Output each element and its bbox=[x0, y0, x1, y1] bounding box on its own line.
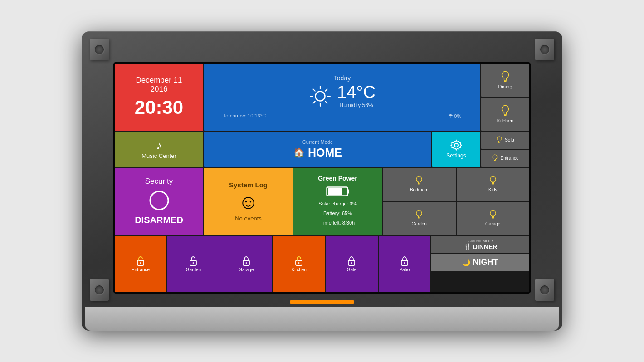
lock-kitchen-name: Kitchen bbox=[291, 267, 306, 272]
light-dining-tile[interactable]: Dining bbox=[481, 64, 529, 97]
device-stand bbox=[85, 307, 559, 331]
green-power-heading: Green Power bbox=[318, 175, 357, 182]
settings-tile[interactable]: Settings bbox=[432, 132, 480, 167]
lock-garden-name: Garden bbox=[186, 267, 201, 272]
svg-point-55 bbox=[150, 191, 168, 210]
padlock-closed-gate-icon bbox=[347, 256, 356, 266]
garden-label: Garden bbox=[412, 221, 427, 226]
entrance-right-label: Entrance bbox=[500, 156, 518, 161]
light-kids-tile[interactable]: Kids bbox=[457, 168, 530, 201]
precip-chance: ☂ 0% bbox=[448, 113, 461, 119]
time-left-info: Time left: 8:30h bbox=[321, 218, 355, 228]
mode-dinner-mini[interactable]: Current Mode 🍴 DINNER bbox=[431, 236, 529, 253]
night-mode-tile[interactable]: 🌙 NIGHT bbox=[431, 254, 529, 271]
bulb-kitchen-icon bbox=[501, 105, 510, 117]
music-icon: ♪ bbox=[156, 139, 162, 151]
umbrella-icon: ☂ bbox=[448, 113, 453, 119]
mount-bracket-tr bbox=[535, 39, 554, 60]
music-center-tile[interactable]: ♪ Music Center bbox=[115, 132, 203, 167]
lock-garden-tile[interactable]: Garden bbox=[167, 236, 219, 292]
svg-line-39 bbox=[325, 101, 327, 103]
green-power-tile-main[interactable]: Green Power Solar charge: 0% Battery: 65… bbox=[293, 168, 382, 235]
today-label: Today bbox=[334, 74, 351, 82]
svg-point-82 bbox=[404, 262, 405, 264]
bulb-garden-icon bbox=[415, 210, 423, 220]
light-sofa-tile[interactable]: Sofa bbox=[481, 132, 529, 149]
house-icon: 🏠 bbox=[293, 147, 305, 158]
svg-point-33 bbox=[316, 91, 325, 101]
mount-bracket-tl bbox=[90, 39, 109, 60]
home-mode-display: 🏠 HOME bbox=[293, 146, 342, 159]
mode-home-tile[interactable]: Current Mode 🏠 HOME bbox=[204, 132, 431, 167]
main-display: December 11 2016 20:30 Today bbox=[0, 0, 644, 362]
lock-patio-name: Patio bbox=[399, 267, 410, 272]
bulb-garage-icon bbox=[489, 210, 497, 220]
svg-point-48 bbox=[454, 143, 458, 147]
kitchen-lt-label: Kitchen bbox=[497, 118, 514, 123]
temperature-value: 14°C bbox=[337, 83, 376, 101]
smart-device: December 11 2016 20:30 Today bbox=[82, 31, 562, 331]
lock-entrance-tile[interactable]: Entrance bbox=[115, 236, 166, 292]
syslog-heading: System Log bbox=[229, 181, 268, 189]
padlock-closed-garden-icon bbox=[189, 256, 198, 266]
weather-sun-icon bbox=[309, 85, 332, 108]
lock-gate-tile[interactable]: Gate bbox=[326, 236, 377, 292]
syslog-tile-main[interactable]: System Log ☺ No events bbox=[204, 168, 293, 235]
weather-tile[interactable]: Today bbox=[204, 64, 480, 131]
light-kitchen-tile[interactable]: Kitchen bbox=[481, 98, 529, 131]
dinner-mode-value: 🍴 DINNER bbox=[463, 243, 498, 250]
music-center-label: Music Center bbox=[141, 152, 176, 159]
lock-kitchen-tile[interactable]: Kitchen bbox=[273, 236, 325, 292]
padlock-closed-garage-icon bbox=[242, 256, 251, 266]
crescent-moon-icon: 🌙 bbox=[463, 259, 470, 266]
security-tile-main[interactable]: Security DISARMED bbox=[115, 168, 203, 235]
svg-line-41 bbox=[313, 101, 315, 103]
dining-label: Dining bbox=[498, 84, 512, 89]
bulb-dining-icon bbox=[501, 71, 510, 83]
settings-gear-icon bbox=[450, 139, 462, 151]
svg-point-78 bbox=[298, 262, 300, 264]
padlock-closed-patio-icon bbox=[400, 256, 409, 266]
data-connector bbox=[290, 300, 354, 304]
svg-point-80 bbox=[351, 262, 352, 264]
tomorrow-forecast: Tomorrow: 10/16°C bbox=[223, 113, 266, 119]
light-garden-tile[interactable]: Garden bbox=[383, 202, 456, 235]
svg-rect-57 bbox=[347, 190, 349, 194]
clock-display: 20:30 bbox=[135, 97, 183, 118]
svg-rect-58 bbox=[328, 188, 342, 195]
sofa-label: Sofa bbox=[505, 137, 514, 142]
bulb-bedroom-icon bbox=[415, 176, 423, 186]
datetime-tile[interactable]: December 11 2016 20:30 bbox=[115, 64, 203, 131]
mount-bracket-br bbox=[535, 279, 554, 301]
lock-patio-tile[interactable]: Patio bbox=[379, 236, 430, 292]
fork-knife-icon: 🍴 bbox=[463, 243, 471, 250]
night-display: 🌙 NIGHT bbox=[463, 258, 498, 267]
humidity-display: Humidity 56% bbox=[337, 102, 376, 108]
kids-label: Kids bbox=[488, 187, 497, 192]
solar-info: Solar charge: 0% bbox=[318, 199, 356, 209]
light-entrance-right-tile[interactable]: Entrance bbox=[481, 150, 529, 167]
mount-bracket-bl bbox=[90, 279, 109, 301]
light-bedroom-tile[interactable]: Bedroom bbox=[383, 168, 456, 201]
bulb-kids-icon bbox=[489, 176, 497, 186]
mode-header: Current Mode bbox=[302, 139, 333, 145]
disarmed-text: DISARMED bbox=[135, 215, 183, 225]
bulb-sofa-icon bbox=[496, 136, 503, 144]
padlock-open-kitchen-icon bbox=[294, 256, 303, 266]
date-line2: 2016 bbox=[151, 85, 168, 94]
lock-entrance-name: Entrance bbox=[132, 267, 150, 272]
date-line1: December 11 bbox=[136, 76, 182, 85]
lock-garage-name: Garage bbox=[239, 267, 254, 272]
svg-point-72 bbox=[140, 262, 141, 264]
light-garage-tile[interactable]: Garage bbox=[457, 202, 530, 235]
ui-grid: December 11 2016 20:30 Today bbox=[115, 64, 529, 292]
dinner-mode-header: Current Mode bbox=[468, 239, 493, 243]
bedroom-label: Bedroom bbox=[410, 187, 429, 192]
settings-label: Settings bbox=[446, 152, 466, 159]
no-events-text: No events bbox=[235, 215, 262, 222]
svg-point-74 bbox=[193, 262, 194, 264]
lock-garage-tile[interactable]: Garage bbox=[220, 236, 272, 292]
battery-info: Battery: 65% bbox=[323, 209, 352, 218]
svg-line-38 bbox=[313, 89, 315, 91]
padlock-open-entrance-icon bbox=[136, 256, 145, 266]
